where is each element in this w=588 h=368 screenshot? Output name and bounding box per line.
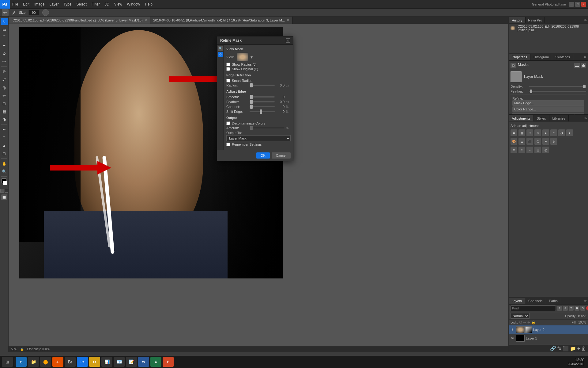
tool-clone[interactable]: ◎ bbox=[1, 84, 8, 91]
menu-select[interactable]: Select bbox=[74, 0, 89, 8]
taskbar-photoshop[interactable]: Ps bbox=[77, 357, 88, 367]
adj-channel-mixer[interactable]: ≋ bbox=[542, 138, 549, 145]
taskbar-word[interactable]: W bbox=[138, 357, 149, 367]
filter-adj-btn[interactable]: A bbox=[563, 306, 568, 311]
close-btn[interactable]: × bbox=[581, 2, 586, 7]
layer-link-btn[interactable]: 🔗 bbox=[550, 346, 556, 351]
layers-search-input[interactable] bbox=[511, 305, 556, 311]
menu-file[interactable]: File bbox=[10, 0, 21, 8]
amount-slider[interactable] bbox=[250, 127, 285, 128]
menu-window[interactable]: Window bbox=[125, 0, 143, 8]
adj-selective-color[interactable]: ◎ bbox=[542, 147, 549, 153]
tab-styles[interactable]: Styles bbox=[534, 115, 549, 121]
layer-style-btn[interactable]: fx bbox=[557, 346, 561, 351]
tool-lasso[interactable]: ⌒ bbox=[1, 34, 8, 41]
dialog-zoom-tool[interactable]: 🔍 bbox=[218, 46, 223, 51]
minimize-btn[interactable]: ─ bbox=[569, 2, 574, 7]
adj-color-balance[interactable]: ⚖ bbox=[518, 138, 525, 145]
feather-prop-slider[interactable] bbox=[529, 91, 586, 92]
taskbar-chrome[interactable]: ⬤ bbox=[40, 357, 51, 367]
tool-shape[interactable]: ◻ bbox=[1, 150, 8, 157]
tool-preset-picker[interactable] bbox=[2, 9, 9, 16]
view-dropdown-arrow[interactable]: ▾ bbox=[251, 55, 253, 59]
show-radius-checkbox[interactable] bbox=[226, 63, 230, 66]
menu-type[interactable]: Type bbox=[61, 0, 74, 8]
adj-levels[interactable]: ▲ bbox=[542, 129, 549, 136]
remember-settings-checkbox[interactable] bbox=[226, 143, 230, 146]
dialog-edge-detect-tool[interactable]: ◎ bbox=[218, 52, 223, 57]
menu-image[interactable]: Image bbox=[32, 0, 47, 8]
adj-color-lookup[interactable]: ⊚ bbox=[550, 138, 557, 145]
adj-photo-filter[interactable]: ⬡ bbox=[534, 138, 541, 145]
tool-eyedropper[interactable]: ✏ bbox=[1, 58, 8, 65]
adjustments-collapse[interactable]: ≫ bbox=[582, 117, 588, 120]
filter-type-btn[interactable]: T bbox=[569, 306, 574, 311]
adj-threshold[interactable]: ⬦ bbox=[526, 147, 533, 153]
tool-eraser[interactable]: ◻ bbox=[1, 100, 8, 107]
adj-posterize[interactable]: ≡ bbox=[518, 147, 525, 153]
tab-second-file[interactable]: 2016-04-05 18-40-51 (8,Radius4,Smoothing… bbox=[150, 17, 292, 24]
tool-hand[interactable]: ✋ bbox=[1, 160, 8, 167]
quick-mask-mode[interactable] bbox=[5, 189, 8, 193]
contrast-thumb[interactable] bbox=[250, 105, 253, 109]
adj-solid-color[interactable]: ■ bbox=[511, 129, 517, 136]
layers-collapse[interactable]: ≫ bbox=[582, 299, 588, 302]
tab-layers[interactable]: Layers bbox=[509, 298, 525, 304]
adj-brightness[interactable]: ☀ bbox=[534, 129, 541, 136]
tool-history-brush[interactable]: ↩ bbox=[1, 92, 8, 99]
taskbar-app2[interactable]: 📊 bbox=[101, 357, 112, 367]
tab-histogram[interactable]: Histogram bbox=[530, 54, 552, 60]
menu-layer[interactable]: Layer bbox=[47, 0, 61, 8]
add-pixel-mask-btn[interactable]: ▬ bbox=[574, 63, 580, 68]
brush-size-input[interactable] bbox=[28, 10, 39, 15]
tab-adjustments[interactable]: Adjustments bbox=[509, 115, 534, 121]
shift-edge-slider[interactable] bbox=[250, 111, 275, 112]
tool-spot-heal[interactable]: ⊕ bbox=[1, 68, 8, 75]
contrast-slider[interactable] bbox=[250, 106, 275, 107]
taskbar-clock[interactable]: 13:30 26/04/2016 bbox=[567, 358, 584, 366]
taskbar-start[interactable]: ⊞ bbox=[2, 357, 13, 367]
history-collapse[interactable]: ≫ bbox=[582, 18, 588, 22]
filter-toggle-btn[interactable]: ● bbox=[586, 306, 588, 311]
tool-pen[interactable]: ✒ bbox=[1, 126, 8, 133]
tool-magic-wand[interactable]: ✦ bbox=[1, 42, 8, 49]
new-layer-btn[interactable]: + bbox=[577, 346, 580, 351]
taskbar-bridge[interactable]: Br bbox=[65, 357, 76, 367]
filter-shape-btn[interactable]: ⬟ bbox=[575, 306, 579, 311]
taskbar-excel[interactable]: X bbox=[150, 357, 161, 367]
tab-second-close[interactable]: ✕ bbox=[287, 18, 289, 22]
blend-mode-select[interactable]: Normal bbox=[511, 313, 530, 319]
view-preview-thumb[interactable] bbox=[237, 53, 248, 61]
layer-mask-thumbnail[interactable] bbox=[511, 71, 522, 82]
lock-position-btn[interactable]: ✛ bbox=[527, 320, 530, 324]
menu-3d[interactable]: 3D bbox=[102, 0, 111, 8]
invert-btn[interactable]: Invert bbox=[512, 113, 584, 115]
taskbar-pp[interactable]: P bbox=[163, 357, 174, 367]
layer-mask-btn[interactable]: ⬛ bbox=[563, 346, 569, 351]
ok-button[interactable]: OK bbox=[256, 152, 270, 159]
tab-properties[interactable]: Properties bbox=[509, 54, 530, 60]
adj-curves[interactable]: ~ bbox=[550, 129, 557, 136]
dialog-close-button[interactable]: ✕ bbox=[286, 38, 290, 43]
menu-help[interactable]: Help bbox=[142, 0, 155, 8]
taskbar-app4[interactable]: 📝 bbox=[126, 357, 137, 367]
tool-brush[interactable]: 🖌 bbox=[1, 76, 8, 83]
adj-hsl[interactable]: 🎨 bbox=[511, 138, 517, 145]
history-item-0[interactable]: IC2015.03.02.158-Edit-20160203-091908-un… bbox=[509, 24, 588, 33]
mask-edge-btn[interactable]: Mask Edge... bbox=[512, 100, 584, 106]
adj-gradient-map[interactable]: ▤ bbox=[534, 147, 541, 153]
radius-slider-track[interactable] bbox=[250, 85, 275, 86]
density-slider[interactable] bbox=[529, 86, 586, 87]
properties-collapse[interactable]: ≫ bbox=[582, 55, 588, 59]
layer-1-visibility[interactable]: 👁 bbox=[510, 336, 515, 341]
taskbar-lr[interactable]: Lr bbox=[89, 357, 100, 367]
layer-item-0[interactable]: 👁 Layer 0 bbox=[509, 325, 588, 334]
cancel-button[interactable]: Cancel bbox=[272, 152, 291, 159]
tab-libraries[interactable]: Libraries bbox=[549, 115, 569, 121]
tab-main-close[interactable]: ✕ bbox=[145, 18, 147, 22]
adj-bw[interactable]: ⬛ bbox=[526, 138, 533, 145]
tool-crop[interactable]: ⬙ bbox=[1, 50, 8, 57]
feather-prop-thumb[interactable] bbox=[530, 90, 532, 93]
standard-mode[interactable] bbox=[0, 189, 4, 193]
filter-kind-btn[interactable]: P bbox=[557, 306, 562, 311]
